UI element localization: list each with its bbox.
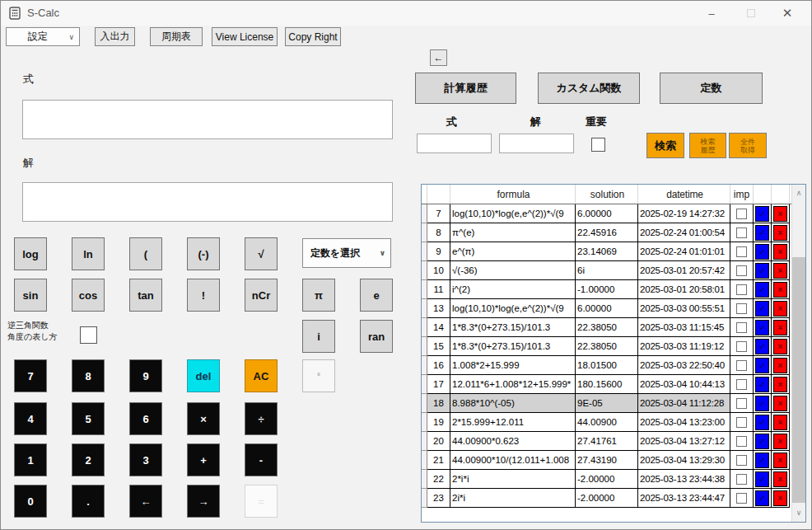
tab-constants[interactable]: 定数: [660, 73, 763, 104]
row-solution[interactable]: 9E-05: [576, 394, 638, 413]
scrollbar-down-icon[interactable]: ∨: [792, 506, 805, 520]
row-datetime[interactable]: 2025-03-04 13:23:00: [638, 413, 730, 432]
table-row[interactable]: 192*15.999+12.01144.009002025-03-04 13:2…: [422, 413, 805, 432]
key-tan[interactable]: tan: [129, 279, 162, 312]
table-row[interactable]: 10√(-36)6i2025-03-01 20:57:42✓×: [422, 261, 805, 280]
row-formula[interactable]: log(10,10)*log(e,e^(2))*√(9: [450, 299, 576, 318]
key-√[interactable]: √: [245, 237, 278, 270]
key-1[interactable]: 1: [14, 443, 47, 476]
row-important-checkbox[interactable]: [736, 417, 747, 428]
header-solution[interactable]: solution: [576, 185, 638, 204]
row-datetime[interactable]: 2025-03-03 22:50:40: [638, 356, 730, 375]
constant-select[interactable]: 定数を選択 ∨: [302, 238, 391, 268]
key-ln[interactable]: ln: [72, 237, 105, 270]
key-cos[interactable]: cos: [72, 279, 105, 312]
row-formula[interactable]: 1*8.3*(0+273.15)/101.3: [450, 337, 576, 356]
row-datetime[interactable]: 2025-03-03 11:15:45: [638, 318, 730, 337]
table-row[interactable]: 232i*i-2.000002025-03-13 23:44:47✓×: [422, 489, 805, 508]
table-row[interactable]: 13log(10,10)*log(e,e^(2))*√(96.000002025…: [422, 299, 805, 318]
row-important-checkbox[interactable]: [736, 474, 747, 485]
key-e[interactable]: e: [360, 279, 393, 312]
maximize-button[interactable]: [739, 4, 763, 22]
row-datetime[interactable]: 2025-03-04 13:29:30: [638, 451, 730, 470]
minimize-button[interactable]: –: [699, 4, 724, 22]
back-button[interactable]: ←: [430, 49, 447, 66]
row-confirm-button[interactable]: ✓: [755, 396, 769, 411]
key-sin[interactable]: sin: [14, 279, 47, 312]
key-÷[interactable]: ÷: [245, 402, 278, 435]
row-datetime[interactable]: 2025-03-13 23:44:38: [638, 470, 730, 489]
row-datetime[interactable]: 2025-03-01 20:58:01: [638, 280, 730, 299]
key-2[interactable]: 2: [72, 443, 105, 476]
row-formula[interactable]: 8.988*10^(-05): [450, 394, 576, 413]
row-solution[interactable]: 6.00000: [576, 204, 638, 223]
row-formula[interactable]: 12.011*6+1.008*12+15.999*: [450, 375, 576, 394]
row-confirm-button[interactable]: ✓: [755, 320, 769, 335]
row-solution[interactable]: 22.38050: [576, 337, 638, 356]
row-solution[interactable]: 27.43190: [576, 451, 638, 470]
row-important-checkbox[interactable]: [736, 265, 747, 276]
row-delete-button[interactable]: ×: [773, 263, 787, 279]
row-confirm-button[interactable]: ✓: [755, 301, 769, 317]
key-=[interactable]: =: [245, 485, 278, 518]
key-(-)[interactable]: (-): [187, 237, 220, 270]
key-7[interactable]: 7: [14, 359, 47, 392]
search-solution-input[interactable]: [499, 134, 574, 153]
row-datetime[interactable]: 2025-03-04 11:12:28: [638, 394, 730, 413]
header-formula[interactable]: formula: [450, 185, 576, 204]
row-confirm-button[interactable]: ✓: [755, 206, 769, 222]
row-delete-button[interactable]: ×: [773, 244, 787, 260]
row-confirm-button[interactable]: ✓: [755, 471, 769, 487]
row-formula[interactable]: √(-36): [450, 261, 576, 280]
row-delete-button[interactable]: ×: [773, 415, 787, 430]
key-AC[interactable]: AC: [245, 359, 278, 392]
row-important-checkbox[interactable]: [736, 493, 747, 504]
search-button[interactable]: 検索: [646, 133, 684, 158]
key-9[interactable]: 9: [129, 359, 162, 392]
row-important-checkbox[interactable]: [736, 227, 747, 238]
table-row[interactable]: 161.008*2+15.99918.015002025-03-03 22:50…: [422, 356, 805, 375]
row-delete-button[interactable]: ×: [773, 206, 787, 222]
table-scrollbar[interactable]: ∧ ∨: [791, 185, 805, 522]
row-datetime[interactable]: 2025-03-04 10:44:13: [638, 375, 730, 394]
row-delete-button[interactable]: ×: [773, 490, 787, 506]
table-row[interactable]: 11i^(2)-1.000002025-03-01 20:58:01✓×: [422, 280, 805, 299]
row-formula[interactable]: 44.00900*10/(12.011+1.008: [450, 451, 576, 470]
row-confirm-button[interactable]: ✓: [755, 339, 769, 354]
row-solution[interactable]: -2.00000: [576, 470, 638, 489]
row-formula[interactable]: 2*i*i: [450, 470, 576, 489]
row-formula[interactable]: i^(2): [450, 280, 576, 299]
key-°[interactable]: °: [302, 359, 335, 392]
row-delete-button[interactable]: ×: [773, 471, 787, 487]
row-solution[interactable]: 6i: [576, 261, 638, 280]
row-solution[interactable]: -2.00000: [576, 489, 638, 508]
row-confirm-button[interactable]: ✓: [755, 244, 769, 260]
row-datetime[interactable]: 2025-02-24 01:01:01: [638, 242, 730, 261]
table-row[interactable]: 1712.011*6+1.008*12+15.999*180.156002025…: [422, 375, 805, 394]
io-button[interactable]: 入出力: [95, 27, 135, 46]
table-row[interactable]: 7log(10,10)*log(e,e^(2))*√(96.000002025-…: [422, 204, 805, 223]
table-row[interactable]: 2144.00900*10/(12.011+1.00827.431902025-…: [422, 451, 805, 470]
row-solution[interactable]: 44.00900: [576, 413, 638, 432]
row-important-checkbox[interactable]: [736, 303, 747, 314]
key-i[interactable]: i: [302, 320, 335, 353]
key-π[interactable]: π: [302, 279, 335, 312]
table-row[interactable]: 8π^(e)22.459162025-02-24 01:00:54✓×: [422, 223, 805, 242]
table-row[interactable]: 2044.00900*0.62327.417612025-03-04 13:27…: [422, 432, 805, 451]
key-log[interactable]: log: [14, 237, 47, 270]
key-8[interactable]: 8: [72, 359, 105, 392]
row-important-checkbox[interactable]: [736, 379, 747, 390]
row-confirm-button[interactable]: ✓: [755, 282, 769, 298]
key-←[interactable]: ←: [129, 485, 162, 518]
row-important-checkbox[interactable]: [736, 246, 747, 257]
key-3[interactable]: 3: [129, 443, 162, 476]
key-![interactable]: !: [187, 279, 220, 312]
row-important-checkbox[interactable]: [736, 436, 747, 447]
row-datetime[interactable]: 2025-03-04 13:27:12: [638, 432, 730, 451]
inverse-trig-checkbox[interactable]: [80, 326, 97, 344]
row-important-checkbox[interactable]: [736, 341, 747, 352]
fetch-all-button[interactable]: 全件 取得: [729, 133, 767, 158]
row-delete-button[interactable]: ×: [773, 377, 787, 392]
row-datetime[interactable]: 2025-02-19 14:27:32: [638, 204, 730, 223]
row-delete-button[interactable]: ×: [773, 453, 787, 468]
